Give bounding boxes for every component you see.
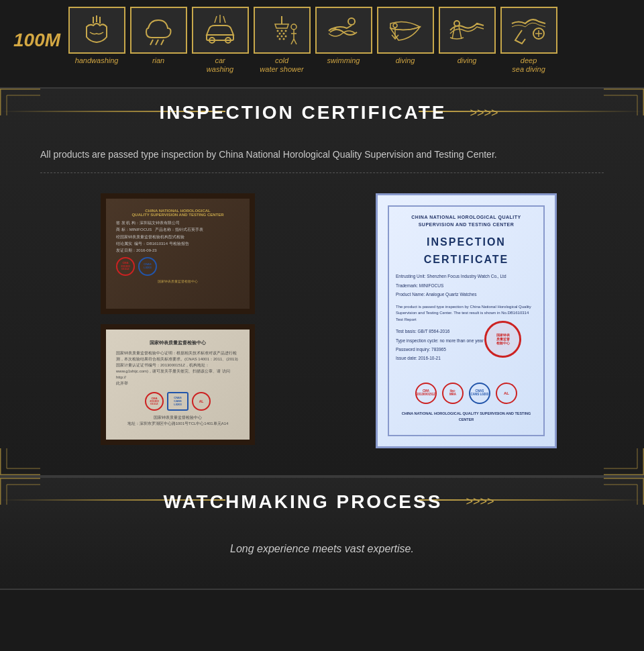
official-cert-product: Product Name: Analogue Quartz Watches (396, 291, 537, 298)
svg-line-11 (223, 16, 225, 23)
stamp-cma-1: CMA2013000151Z (116, 257, 135, 276)
stamp-ilac-official: ilac·MRA (442, 383, 464, 404)
watchmaking-arrows: >>>> (466, 495, 494, 509)
stamp-cma-official: CMA2013000151Z (415, 383, 437, 404)
svg-line-27 (294, 39, 297, 44)
icon-label-swimming: swimming (327, 56, 360, 65)
light-cert: 国家钟表质量监督检验中心 国家钟表质量监督检验中心证明：根据相关技术标准对该产品… (101, 324, 255, 445)
certificate-content: All products are passed type inspection … (0, 134, 644, 474)
light-cert-stamps: CMA2013000151Z CNASCANSL0203 AL (116, 392, 239, 411)
svg-point-20 (285, 36, 287, 38)
svg-point-23 (291, 24, 297, 30)
svg-point-13 (277, 30, 279, 32)
icon-item-swimming: swimming (314, 7, 373, 65)
svg-line-5 (161, 40, 164, 45)
rain-icon (138, 13, 178, 47)
svg-line-4 (156, 40, 158, 45)
inspection-cert-arrows: >>>> (470, 106, 498, 120)
dark-cert-1-content: CHINA NATIONAL HOROLOGICALQUALITY SUPERV… (116, 209, 239, 299)
corner-deco-bot-left (0, 448, 40, 475)
svg-point-17 (283, 33, 285, 35)
icon-label-car-washing: car washing (207, 56, 233, 74)
light-cert-content: 国家钟表质量监督检验中心 国家钟表质量监督检验中心证明：根据相关技术标准对该产品… (116, 340, 239, 430)
cert-left-column: CHINA NATIONAL HOROLOGICALQUALITY SUPERV… (40, 193, 315, 448)
icon-label-cold-water-shower: cold water shower (260, 56, 303, 74)
corner-deco-bot-right (604, 448, 644, 475)
stamp-cnas-light: CNASCANSL0203 (167, 392, 189, 411)
swimming-icon (323, 13, 364, 47)
stamp-cnas-1: CNASL0203 (138, 257, 157, 276)
icon-label-diving1: diving (396, 56, 415, 65)
diving2-icon (447, 13, 487, 47)
watchmaking-subtitle: Long experience meets vast expertise. (40, 543, 604, 555)
official-cert-footer: CHINA NATIONAL HOROLOGICAL QUALITY SUPER… (396, 411, 537, 423)
inspection-certificate-section: INSPECTION CERTIFICATE >>>> All products… (0, 87, 644, 476)
inspection-cert-title: INSPECTION CERTIFICATE (146, 102, 460, 123)
svg-line-9 (215, 16, 217, 23)
light-cert-body: 国家钟表质量监督检验中心证明：根据相关技术标准对该产品进行检测，本次检验结果符合… (116, 350, 239, 387)
official-cert-stamps: CMA2013000151Z ilac·MRA CNASCANS L0203 A… (396, 383, 537, 404)
icon-item-car-washing: car washing (191, 7, 250, 74)
icon-box-rain (130, 7, 187, 54)
diving1-icon (385, 13, 425, 47)
icon-label-diving2: diving (458, 56, 477, 65)
dark-cert-1-footer: 国家钟表质量监督检验中心 (116, 279, 239, 283)
svg-point-21 (279, 38, 281, 40)
icon-box-car-washing (192, 7, 249, 54)
icon-item-handwashing: handwashing (67, 7, 126, 65)
handwashing-icon (76, 13, 117, 47)
svg-point-28 (348, 18, 355, 25)
light-cert-wrapper: 国家钟表质量监督检验中心 国家钟表质量监督检验中心证明：根据相关技术标准对该产品… (40, 324, 315, 445)
inspection-cert-header: INSPECTION CERTIFICATE >>>> (0, 89, 644, 134)
water-resistance-icons: handwashing rian (67, 7, 558, 74)
official-cert-issue-date: Issue date: 2016-10-21 (396, 355, 537, 362)
cert-right-column: CHINA NATIONAL HOROLOGICAL QUALITY SUPER… (329, 193, 604, 448)
icon-box-diving1 (377, 7, 434, 54)
red-seal: 国家钟表质量监督检验中心 (484, 321, 521, 358)
svg-point-16 (279, 33, 281, 35)
light-cert-footer: 国家钟表质量监督检验中心地址：深圳市罗湖区中心路1001号TCL中心1401单元… (116, 415, 239, 427)
official-cert-big-title: INSPECTION CERTIFICATE (396, 234, 537, 268)
watchmaking-header: WATCHMAKING PROCESS >>>> (0, 478, 644, 523)
cert-description: All products are passed type inspection … (40, 147, 604, 162)
dark-cert-1-stamps: CMA2013000151Z CNASL0203 (116, 257, 239, 276)
stamp-cnas-official: CNASCANS L0203 (469, 383, 490, 404)
icon-label-rain: rian (152, 56, 164, 65)
watchmaking-process-section: WATCHMAKING PROCESS >>>> Long experience… (0, 477, 644, 590)
stamp-al-official: AL (496, 383, 517, 404)
icon-item-rain: rian (129, 7, 188, 65)
icon-item-diving2: diving (437, 7, 496, 65)
water-resistance-section: 100M handwashing (0, 0, 644, 87)
cert-divider (40, 172, 604, 173)
svg-point-15 (285, 30, 287, 32)
official-cert-inner: CHINA NATIONAL HOROLOGICAL QUALITY SUPER… (388, 205, 545, 436)
svg-point-14 (281, 30, 283, 32)
official-cert-trademark: Trademark: MINIFOCUS (396, 283, 537, 289)
watchmaking-content: Long experience meets vast expertise. (0, 523, 644, 589)
icon-label-handwashing: handwashing (75, 56, 119, 65)
dark-cert-1-text: 签 发 机 构：深圳福文钟表有限公司 商 标：MINIFOCUS 产品名称：指针… (116, 220, 239, 254)
dark-cert-1-wrapper: CHINA NATIONAL HOROLOGICALQUALITY SUPERV… (40, 193, 315, 314)
dark-cert-1: CHINA NATIONAL HOROLOGICALQUALITY SUPERV… (101, 193, 255, 314)
svg-line-3 (150, 40, 153, 45)
official-cert: CHINA NATIONAL HOROLOGICAL QUALITY SUPER… (376, 193, 557, 448)
svg-point-19 (281, 36, 283, 38)
icon-box-diving2 (439, 7, 496, 54)
deep-sea-diving-icon (508, 13, 549, 47)
icon-item-deep-sea-diving: deep sea diving (499, 7, 558, 74)
watchmaking-title: WATCHMAKING PROCESS (150, 491, 456, 513)
depth-label: 100M (13, 30, 60, 51)
red-seal-text: 国家钟表质量监督检验中心 (496, 333, 510, 345)
svg-line-26 (291, 39, 294, 44)
stamp-cma-light: CMA2013000151Z (145, 392, 164, 411)
official-cert-title: CHINA NATIONAL HOROLOGICAL QUALITY SUPER… (396, 213, 537, 228)
icon-box-handwashing (68, 7, 125, 54)
icon-box-deep-sea-diving (500, 7, 557, 54)
official-cert-body: The product is passed type inspection by… (396, 304, 537, 323)
svg-point-29 (393, 23, 397, 28)
svg-point-18 (277, 36, 279, 38)
icon-item-diving1: diving (376, 7, 435, 65)
cert-images-grid: CHINA NATIONAL HOROLOGICALQUALITY SUPERV… (40, 193, 604, 448)
icon-label-deep-sea-diving: deep sea diving (512, 56, 545, 74)
icon-item-cold-water-shower: cold water shower (252, 7, 311, 74)
